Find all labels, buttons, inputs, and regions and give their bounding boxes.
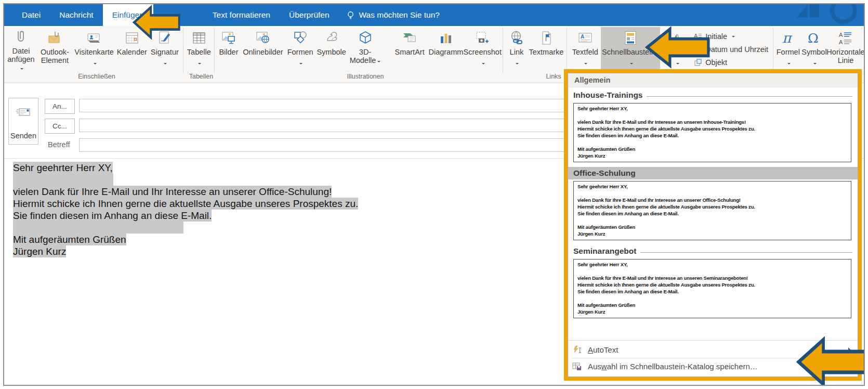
group-separator <box>183 28 183 73</box>
screenshot-root: Datei Nachricht Einfügen Text formatiere… <box>0 0 868 389</box>
svg-text:π: π <box>782 30 793 46</box>
cc-button[interactable]: Cc... <box>45 119 75 134</box>
business-card-icon <box>86 28 102 48</box>
duck-icon <box>324 28 339 48</box>
pictures-button[interactable]: Bilder <box>217 27 240 72</box>
title-rule <box>640 252 852 253</box>
online-pictures-icon <box>255 28 271 48</box>
omega-icon: Ω <box>806 28 822 48</box>
message-body[interactable]: Sehr geehrter Herr XY, vielen Dank für I… <box>13 162 358 257</box>
pictures-icon <box>221 28 236 48</box>
dropdown-caret-icon <box>94 63 97 66</box>
tab-ueberpruefen[interactable]: Überprüfen <box>280 4 339 26</box>
dropdown-caret-icon <box>732 36 735 39</box>
smartart-icon <box>402 28 417 48</box>
pi-icon: π <box>780 28 796 48</box>
dropdown-caret-icon <box>482 63 485 66</box>
text-box-button[interactable]: A Textfeld <box>569 27 601 72</box>
horizontal-line-button[interactable]: AA Horizontale Linie <box>827 27 864 72</box>
outlook-item-button[interactable]: Outlook-Element <box>37 27 73 72</box>
selected-line: Sehr geehrter Herr XY, <box>13 162 113 174</box>
group-label-links: Links <box>546 73 561 80</box>
symbol-button[interactable]: Ω Symbol <box>801 27 827 72</box>
gallery-entry-seminarangebot[interactable]: Seminarangebot Sehr geehrter Herr XY, vi… <box>568 243 858 321</box>
selected-line: Mit aufgeräumten Grüßen <box>13 234 126 245</box>
icons-button[interactable]: Symbole <box>315 27 348 72</box>
selected-line: Jürgen Kurz <box>13 245 66 257</box>
titlebar-logo <box>794 3 857 26</box>
dropdown-caret-icon <box>198 63 201 66</box>
table-button[interactable]: Tabelle <box>186 27 212 72</box>
dropdown-caret-icon <box>299 63 303 66</box>
send-envelope-icon <box>15 105 32 120</box>
group-separator <box>503 28 503 73</box>
bar-chart-icon <box>438 28 454 48</box>
smartart-button[interactable]: SmartArt <box>392 27 428 72</box>
to-button[interactable]: An... <box>45 99 75 114</box>
paperclip-icon <box>13 28 29 47</box>
shapes-icon <box>293 28 308 48</box>
quick-parts-dropdown: Allgemein Inhouse-Trainings Sehr geehrte… <box>564 69 862 381</box>
3d-models-button[interactable]: 3D-Modelle <box>348 27 383 72</box>
cube-3d-icon <box>358 28 373 48</box>
chart-button[interactable]: Diagramm <box>427 27 464 72</box>
selected-blank-line <box>13 222 183 234</box>
svg-text:Ω: Ω <box>808 31 819 46</box>
dropdown-caret-icon <box>787 63 791 66</box>
entry-preview: Sehr geehrter Herr XY, vielen Dank für I… <box>573 181 851 240</box>
entry-preview: Sehr geehrter Herr XY, vielen Dank für I… <box>573 259 851 318</box>
entry-preview: Sehr geehrter Herr XY, vielen Dank für I… <box>573 103 851 162</box>
gallery-entry-inhouse-trainings[interactable]: Inhouse-Trainings Sehr geehrter Herr XY,… <box>568 87 858 165</box>
group-separator <box>214 28 215 73</box>
attach-file-button[interactable]: Datei anfügen <box>5 27 37 72</box>
link-globe-icon <box>509 28 524 48</box>
svg-text:A: A <box>839 32 843 38</box>
group-label-tabellen: Tabellen <box>189 73 214 80</box>
dropdown-caret-icon <box>164 63 167 66</box>
online-pictures-button[interactable]: Onlinebilder <box>241 27 286 72</box>
tell-me-box[interactable]: Was möchten Sie tun? <box>339 4 447 26</box>
link-button[interactable]: Link <box>505 27 528 72</box>
send-button[interactable]: Senden <box>8 98 38 145</box>
bookmark-button[interactable]: Textmarke <box>528 27 565 72</box>
callout-arrow-save-selection <box>796 336 865 386</box>
business-card-button[interactable]: Visitenkarte <box>73 27 116 72</box>
gallery-entry-office-schulung[interactable]: Office-Schulung Sehr geehrter Herr XY, v… <box>568 165 858 243</box>
title-rule <box>647 96 852 97</box>
group-label-einschliessen: Einschließen <box>78 73 115 80</box>
dropdown-caret-icon <box>813 63 817 66</box>
gallery-category-header: Allgemein <box>568 73 858 87</box>
group-separator <box>773 28 773 73</box>
callout-arrow-insert-tab <box>133 5 180 40</box>
subject-label: Betreff <box>48 140 70 149</box>
equation-button[interactable]: π Formel <box>775 27 801 72</box>
screenshot-button[interactable]: Screenshot <box>464 27 501 72</box>
selected-line: vielen Dank für Ihre E-Mail und Ihr Inte… <box>13 186 332 198</box>
svg-text:A: A <box>581 34 584 40</box>
outlook-item-icon <box>47 28 62 48</box>
save-quick-part-icon <box>572 362 582 371</box>
save-selection-label: Auswahl im Schnellbaustein-Katalog speic… <box>588 362 758 371</box>
selected-line: Sie finden diesen im Anhang an diese E-M… <box>13 210 212 222</box>
lightbulb-icon <box>346 11 355 20</box>
dropdown-caret-icon <box>377 61 380 64</box>
svg-text:A: A <box>839 39 843 45</box>
horizontal-line-icon: AA <box>838 28 853 48</box>
autotext-label: AutoText <box>588 345 618 354</box>
bookmark-icon <box>538 28 554 48</box>
callout-arrow-quick-parts <box>645 26 710 69</box>
tab-text-formatieren[interactable]: Text formatieren <box>203 4 280 26</box>
selected-blank-line <box>13 174 113 186</box>
dropdown-caret-icon <box>630 63 633 66</box>
screenshot-icon <box>475 28 490 48</box>
dropdown-caret-icon <box>516 63 519 66</box>
group-label-illustrationen: Illustrationen <box>347 73 384 80</box>
tab-datei[interactable]: Datei <box>12 4 50 26</box>
dropdown-caret-icon <box>20 68 23 71</box>
group-separator <box>567 28 567 73</box>
shapes-button[interactable]: Formen <box>285 27 315 72</box>
table-icon <box>191 28 207 48</box>
autotext-icon <box>572 345 582 355</box>
dropdown-caret-icon <box>584 63 587 66</box>
tab-nachricht[interactable]: Nachricht <box>50 4 102 26</box>
